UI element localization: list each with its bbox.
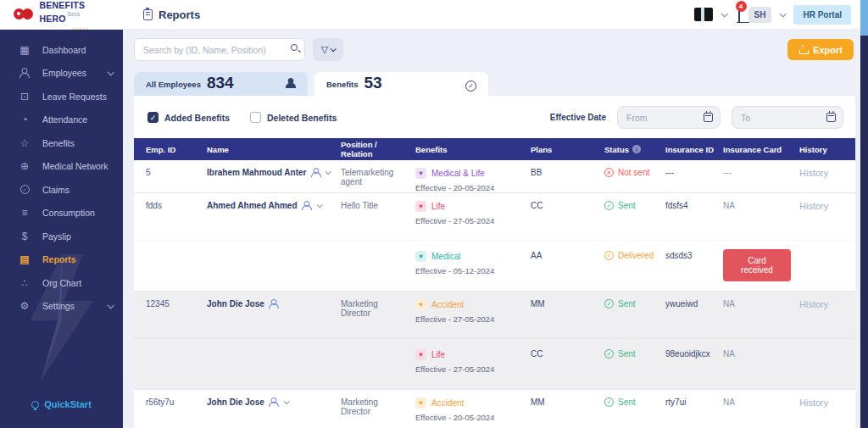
status-icon [604,299,614,308]
table-row-group: 5Ibrahem Mahmoud AnterTelemarketing agen… [134,160,855,192]
card-received-button[interactable]: Card received [723,249,791,281]
attendance-icon: ◔ [19,114,31,125]
tab-all-employees[interactable]: All Employees 834 [134,72,308,96]
employee-name: Ibrahem Mahmoud Anter [207,168,306,177]
sidebar-item-benefits[interactable]: ☆Benefits [0,131,123,155]
history-link[interactable]: History [799,168,828,178]
sidebar-item-attendance[interactable]: ◔Attendance [0,108,123,132]
col-status: Statusi [596,145,657,154]
sidebar-item-claims[interactable]: ✓Claims [0,178,123,202]
language-flag-selector[interactable] [694,8,713,21]
app-logo[interactable]: BENEFITS HEROBeta ••••• [0,0,123,31]
name-cell: John Die Jose [198,299,332,308]
insurance-id-cell: 98euoidjkcx [657,349,715,359]
sidebar-item-leave-requests[interactable]: ⊡Leave Requests [0,85,123,108]
table-row: ♥LifeEffective - 27-05-2024CCSent98euoid… [134,338,855,389]
sidebar-item-label: Medical Network [42,161,108,171]
chevron-down-icon[interactable] [316,202,322,208]
info-icon[interactable]: i [632,145,641,153]
settings-icon: ⚙ [19,300,31,312]
checkbox-icon: ✓ [147,112,159,123]
export-button[interactable]: Export [787,39,854,60]
sidebar-item-employees[interactable]: Employees [0,62,123,86]
sidebar-item-label: Settings [42,301,75,311]
beta-badge: Beta [68,11,80,17]
history-link[interactable]: History [799,299,828,309]
quickstart-label: QuickStart [44,399,92,409]
payslip-icon: $ [19,231,31,242]
filter-button[interactable]: ▽ [313,38,343,61]
name-cell: Ibrahem Mahmoud Anter [198,168,332,177]
benefit-name: Medical [431,252,460,261]
insurance-card-cell: NA [715,201,791,210]
notifications-button[interactable]: 4 [738,7,740,22]
insurance-id-cell: ywueiwd [657,299,715,308]
sidebar-item-medical-network[interactable]: ⊕Medical Network [0,155,123,179]
position-cell: Telemarketing agent [332,168,407,186]
status-icon [604,397,614,407]
effective-date: Effective - 27-05-2024 [415,364,522,374]
date-from-field [617,106,721,129]
hr-portal-button[interactable]: HR Portal [793,5,851,25]
chevron-down-icon [331,46,337,52]
benefit-name: Life [431,202,445,211]
plan-cell: BB [522,168,596,177]
chevron-down-icon[interactable] [283,398,289,404]
sidebar-item-consumption[interactable]: ≡Consumption [0,202,123,225]
benefits-panel: ✓ Added Benefits Deleted Benefits Effect… [134,96,855,428]
status-icon [604,251,614,260]
sidebar-item-reports[interactable]: ▤Reports [0,248,123,272]
toolbar: ▽ Export [134,38,854,61]
dashboard-icon: ▦ [19,44,31,56]
scrollbar-thumb[interactable] [860,0,868,36]
page-title: Reports [159,8,200,21]
benefit-heart-icon: ♥ [415,168,426,179]
benefit-cell: ♥AccidentEffective - 27-05-2024 [407,299,522,324]
history-cell: History [791,201,855,211]
col-insurance-card: Insurance Card [715,145,791,154]
deleted-benefits-checkbox[interactable]: Deleted Benefits [250,112,337,123]
insurance-card-cell: NA [715,397,791,407]
table-row-group: 12345John Die JoseMarketing Director♥Acc… [134,291,855,389]
person-icon [270,397,279,407]
shield-check-icon: ✓ [465,76,476,92]
history-link[interactable]: History [799,397,828,408]
employee-name: Ahmed Ahmed Ahmed [207,201,298,210]
status-icon [604,349,614,359]
status-badge: Sent [596,349,657,359]
benefit-heart-icon: ♥ [415,251,426,262]
search-input[interactable] [134,38,305,61]
chevron-down-icon[interactable] [721,10,727,17]
sidebar-item-label: Claims [42,185,70,195]
benefits-icon: ☆ [19,137,31,149]
topbar: BENEFITS HEROBeta ••••• Reports 4 SH HR … [0,0,868,30]
claims-icon: ✓ [19,185,31,194]
insurance-id-cell: fdsfs4 [657,201,715,210]
table-header: Emp. ID Name Position / Relation Benefit… [134,138,855,160]
chevron-down-icon[interactable] [326,169,331,175]
insurance-card-cell: Card received [715,251,791,281]
name-cell: Ahmed Ahmed Ahmed [198,201,332,210]
chevron-down-icon[interactable] [780,10,787,17]
quickstart-button[interactable]: QuickStart [0,399,123,409]
emp-id-cell: r56ty7u [134,397,198,407]
benefits-hero-mask-icon [14,8,35,20]
sidebar-item-payslip[interactable]: $Payslip [0,225,123,248]
table-row: fddsAhmed Ahmed AhmedHello Title♥LifeEff… [134,193,855,240]
avatar[interactable]: SH [748,7,772,23]
emp-id-cell: 5 [134,168,198,177]
tab-benefits[interactable]: Benefits 53 ✓ [314,72,488,96]
effective-date: Effective - 27-05-2024 [415,216,522,225]
sidebar-item-settings[interactable]: ⚙Settings [0,295,123,319]
sidebar-item-dashboard[interactable]: ▦Dashboard [0,38,123,62]
funnel-icon: ▽ [321,45,328,54]
leave-requests-icon: ⊡ [19,91,31,103]
position-cell: Marketing Director [332,397,407,416]
effective-date: Effective - 20-05-2024 [415,183,522,192]
status-badge: Sent [596,201,657,210]
page-scrollbar[interactable] [860,0,868,428]
history-link[interactable]: History [799,201,828,211]
sidebar-item-label: Reports [42,254,76,264]
sidebar-item-org-chart[interactable]: ∴Org Chart [0,271,123,295]
added-benefits-checkbox[interactable]: ✓ Added Benefits [147,112,230,123]
